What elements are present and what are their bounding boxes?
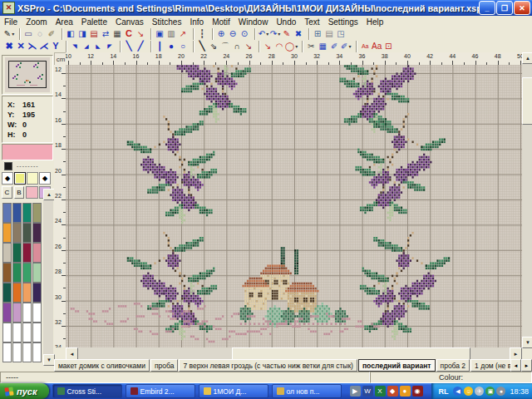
- motif-flip-h-icon[interactable]: ◧: [65, 28, 76, 39]
- petite-b-icon[interactable]: ◢: [81, 41, 92, 52]
- palette-swatch[interactable]: [22, 283, 32, 303]
- palette-swatch[interactable]: [32, 303, 42, 323]
- palette-scroll-up-icon[interactable]: ▲: [43, 189, 55, 200]
- pattern-tab[interactable]: макет домик с оливочками: [54, 359, 150, 372]
- new-doc-icon[interactable]: ▤: [323, 28, 335, 39]
- pattern-tab[interactable]: последний вариант: [358, 359, 436, 372]
- stitch-direction-icon[interactable]: ↘: [135, 28, 146, 39]
- media-player-icon[interactable]: ▶: [350, 386, 361, 397]
- motif-flip-v-icon[interactable]: ◨: [76, 28, 88, 39]
- title-bar[interactable]: ✕ XSPro - C:\Documents and Settings\Rimm…: [0, 0, 532, 16]
- select-dashed-icon[interactable]: ⊡: [382, 41, 394, 52]
- undo-icon-dropdown[interactable]: ▾: [266, 32, 268, 37]
- icq-icon[interactable]: ☺: [464, 387, 473, 396]
- backstitch-a-icon[interactable]: ╲: [196, 41, 208, 52]
- palette-swatch[interactable]: [32, 203, 42, 223]
- pattern-tab[interactable]: 1 дом (не весь для стыковки): [470, 359, 512, 372]
- palette-swatch[interactable]: [22, 223, 32, 243]
- petite-c-icon[interactable]: ◣: [92, 41, 104, 52]
- select-rect-icon[interactable]: ▭: [22, 28, 34, 39]
- palette-swatch[interactable]: [2, 303, 12, 323]
- palette-swatch[interactable]: [12, 342, 22, 362]
- print-icon[interactable]: ▥: [165, 28, 177, 39]
- palette-swatch[interactable]: [32, 223, 42, 243]
- scroll-left-icon[interactable]: ◄: [66, 347, 78, 360]
- palette-swatch[interactable]: [32, 283, 42, 303]
- pattern-tab[interactable]: проба 2: [436, 359, 470, 372]
- backstitch-line-icon[interactable]: ┃: [154, 41, 165, 52]
- color-symbol-cell[interactable]: [14, 172, 26, 185]
- close-button[interactable]: ✕: [514, 1, 530, 15]
- quarter-stitch-a-icon[interactable]: ⋋: [27, 41, 38, 52]
- recent-color-swatch[interactable]: [26, 186, 37, 199]
- backstitch-red-icon[interactable]: ↘: [243, 41, 254, 52]
- zoom-actual-icon[interactable]: ⊙: [239, 28, 250, 39]
- undo-icon[interactable]: ↶▾: [258, 28, 269, 39]
- menu-area[interactable]: Area: [52, 17, 77, 27]
- messenger-icon[interactable]: ●: [400, 386, 411, 397]
- start-button[interactable]: пуск: [0, 383, 49, 399]
- menu-info[interactable]: Info: [185, 17, 208, 27]
- knife-a-icon[interactable]: ✐: [328, 41, 340, 52]
- palette-swatch[interactable]: [12, 223, 22, 243]
- full-stitch-icon[interactable]: ✖: [3, 41, 15, 52]
- vertical-scroll-thumb[interactable]: [522, 77, 532, 125]
- antivirus-icon[interactable]: ◉: [412, 386, 423, 397]
- draw-pencil-icon-dropdown[interactable]: ▾: [12, 32, 14, 37]
- palette-swatch[interactable]: [12, 303, 22, 323]
- half-stitch-icon[interactable]: ✕: [15, 41, 27, 52]
- motif-paste-icon[interactable]: ▤: [88, 28, 100, 39]
- word-icon[interactable]: W: [362, 386, 373, 397]
- bead-icon[interactable]: ●: [165, 41, 177, 52]
- motif-resize-icon[interactable]: ⇄: [100, 28, 111, 39]
- palette-swatch[interactable]: [32, 243, 42, 263]
- diamond-symbol-cell[interactable]: ◆: [2, 172, 13, 185]
- palette-scroll-down-icon[interactable]: ▼: [43, 354, 55, 366]
- knife-b-icon-dropdown[interactable]: ▾: [348, 44, 351, 49]
- taskbar-button[interactable]: ол нов п...: [272, 384, 342, 398]
- palette-swatch[interactable]: [22, 323, 32, 342]
- zoom-out-icon[interactable]: ⊖: [227, 28, 239, 39]
- keyboard-layout-indicator[interactable]: RL: [438, 387, 448, 396]
- menu-motif[interactable]: Motif: [208, 17, 234, 27]
- motif-tile-icon[interactable]: ▦: [111, 28, 123, 39]
- pattern-preview-panel[interactable]: [2, 55, 53, 95]
- petite-a-icon[interactable]: ◥: [69, 41, 81, 52]
- palette-swatch[interactable]: [22, 243, 32, 263]
- palette-swatch[interactable]: [2, 283, 12, 303]
- redo-icon[interactable]: ↷▾: [269, 28, 281, 39]
- scroll-down-icon[interactable]: ▼: [522, 337, 532, 348]
- palette-swatch[interactable]: [22, 263, 32, 283]
- taskbar-button[interactable]: Cross Sti...: [52, 384, 122, 398]
- red-line-icon[interactable]: ↘: [262, 41, 273, 52]
- minimize-button[interactable]: _: [479, 1, 495, 15]
- pattern-tab[interactable]: 7 верхн левая гроздь (с частью ниж ветки…: [179, 359, 357, 372]
- maximize-button[interactable]: ❐: [496, 1, 513, 15]
- zoom-in-icon[interactable]: ⊕: [215, 28, 227, 39]
- image-export-icon[interactable]: ▣: [154, 28, 165, 39]
- color-symbol-cell[interactable]: [27, 172, 38, 185]
- floss-icon[interactable]: ┇: [196, 28, 208, 39]
- red-ellipse-icon[interactable]: ◯▾: [285, 41, 298, 52]
- backstitch-b-icon[interactable]: ⇘: [208, 41, 219, 52]
- palette-swatch[interactable]: [2, 243, 12, 263]
- menu-settings[interactable]: Settings: [324, 17, 362, 27]
- tray-expand-icon[interactable]: ◀: [453, 387, 462, 396]
- redo-icon-dropdown[interactable]: ▾: [278, 32, 280, 37]
- red-arc-icon[interactable]: ◠: [273, 41, 285, 52]
- copy-doc-icon[interactable]: ⊞: [312, 28, 323, 39]
- cut-icon[interactable]: ✂: [305, 41, 317, 52]
- thread-symbol-swatch[interactable]: [4, 162, 12, 170]
- palette-swatch[interactable]: [2, 223, 12, 243]
- rotate-icon[interactable]: C: [123, 28, 135, 39]
- pointer-icon[interactable]: ↗: [177, 28, 189, 39]
- menu-help[interactable]: Help: [362, 17, 388, 27]
- knife-b-icon[interactable]: ✐▾: [340, 41, 352, 52]
- tab-scroll-left-icon[interactable]: ◄: [510, 359, 521, 372]
- special-stitch-icon[interactable]: Y: [50, 41, 62, 52]
- horizontal-scrollbar[interactable]: ◄ ►: [66, 347, 522, 359]
- palette-swatch[interactable]: [2, 342, 12, 362]
- select-lasso-icon[interactable]: ◌: [34, 28, 46, 39]
- mode-button-b[interactable]: B: [14, 186, 25, 199]
- network-icon[interactable]: ▣: [485, 387, 495, 396]
